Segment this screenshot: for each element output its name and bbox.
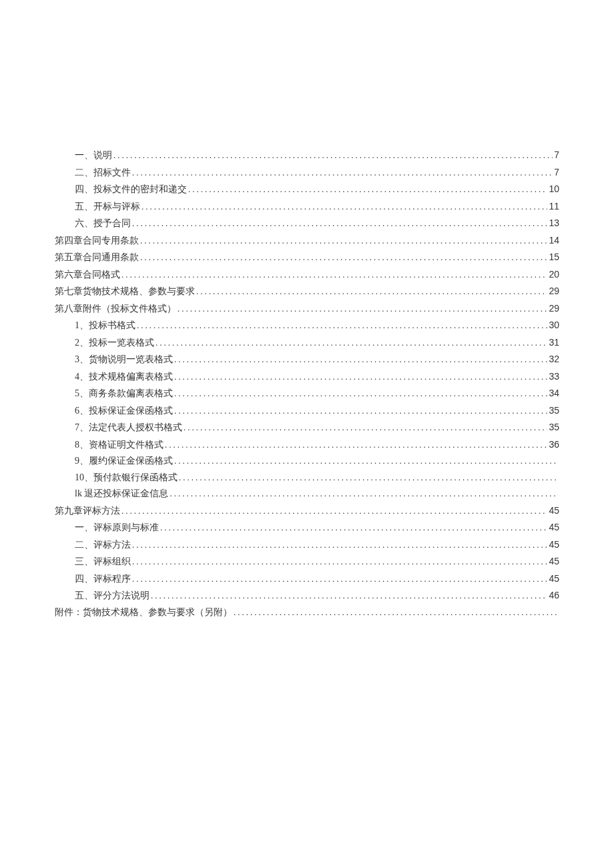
toc-entry-label: 四、投标文件的密封和递交 [75, 181, 187, 198]
toc-entry: 一、评标原则与标准45 [55, 519, 559, 536]
toc-entry-label: 3、货物说明一览表格式 [75, 352, 173, 368]
toc-entry-page: 45 [549, 502, 559, 519]
toc-dots [141, 199, 547, 215]
toc-entry: 7、法定代表人授权书格式35 [55, 419, 559, 436]
toc-dots [132, 165, 553, 181]
toc-entry-page: 30 [549, 317, 559, 334]
toc-entry-page: 35 [549, 419, 559, 436]
toc-dots [140, 233, 547, 250]
toc-entry: 4、技术规格偏离表格式33 [55, 368, 559, 386]
toc-entry-page: 14 [549, 232, 559, 249]
toc-dots [132, 215, 547, 232]
toc-entry-page: 7 [554, 147, 559, 163]
toc-entry-label: 三、评标组织 [75, 554, 131, 570]
toc-entry-label: 五、评分方法说明 [75, 588, 149, 604]
toc-entry-label: 第六章合同格式 [55, 267, 120, 284]
toc-entry-label: 五、开标与评标 [75, 199, 140, 215]
toc-entry: 四、投标文件的密封和递交10 [55, 181, 559, 198]
toc-entry: 第六章合同格式20 [55, 266, 559, 284]
toc-entry-label: 一、说明 [75, 147, 112, 164]
toc-dots [165, 437, 547, 454]
toc-dots [132, 554, 547, 570]
toc-entry-label: 10、预付款银行保函格式 [75, 470, 178, 486]
toc-dots [140, 250, 547, 266]
toc-entry-page: 29 [549, 300, 559, 317]
toc-dots [174, 386, 547, 402]
toc-entry: 五、开标与评标11 [55, 198, 559, 215]
toc-entry: 第八章附件（投标文件格式）29 [55, 300, 559, 318]
toc-entry: 6、投标保证金保函格式35 [55, 402, 559, 420]
toc-entry-label: 第八章附件（投标文件格式） [55, 301, 176, 318]
toc-entry: 第五章合同通用条款15 [55, 249, 559, 266]
toc-entry: 附件：货物技术规格、参数与要求（另附） [55, 604, 559, 621]
toc-dots [170, 486, 558, 502]
toc-entry-label: 1、投标书格式 [75, 318, 135, 334]
toc-entry-label: 二、评标方法 [75, 537, 131, 554]
toc-entry: 10、预付款银行保函格式 [55, 470, 559, 486]
toc-entry-page: 15 [549, 249, 559, 266]
toc-dots [156, 335, 547, 352]
toc-entry-page: 13 [549, 215, 559, 232]
toc-entry-label: 二、招标文件 [75, 165, 131, 181]
toc-dots [174, 453, 558, 470]
toc-dots [234, 604, 558, 621]
toc-entry-label: 6、投标保证金保函格式 [75, 403, 173, 420]
toc-entry-page: 45 [549, 519, 559, 536]
toc-entry-label: 8、资格证明文件格式 [75, 437, 164, 454]
toc-entry: 六、授予合同13 [55, 215, 559, 232]
toc-entry: 3、货物说明一览表格式32 [55, 351, 559, 368]
toc-dots [132, 537, 547, 554]
toc-entry-page: 11 [549, 198, 559, 215]
toc-dots [151, 588, 547, 604]
toc-entry-label: lk 退还投标保证金信息 [75, 486, 168, 502]
toc-dots [174, 403, 547, 420]
toc-entry-page: 45 [549, 553, 559, 570]
toc-entry-label: 4、技术规格偏离表格式 [75, 369, 173, 386]
toc-entry-page: 33 [549, 368, 559, 385]
toc-entry-page: 46 [549, 587, 559, 604]
toc-entry-page: 10 [549, 181, 559, 197]
toc-entry-page: 34 [549, 385, 559, 402]
toc-dots [132, 571, 547, 588]
toc-entry-label: 9、履约保证金保函格式 [75, 453, 173, 470]
toc-entry-page: 29 [549, 283, 559, 300]
toc-entry-label: 第七章货物技术规格、参数与要求 [55, 284, 195, 300]
toc-entry: 5、商务条款偏离表格式34 [55, 385, 559, 402]
toc-entry: 五、评分方法说明46 [55, 587, 559, 604]
toc-entry-label: 2、投标一览表格式 [75, 335, 154, 352]
toc-dots [160, 520, 547, 536]
toc-entry-label: 附件：货物技术规格、参数与要求（另附） [55, 604, 232, 621]
toc-dots [178, 301, 547, 318]
toc-entry-label: 第五章合同通用条款 [55, 250, 139, 266]
toc-dots [179, 470, 558, 486]
toc-entry: 8、资格证明文件格式36 [55, 436, 559, 454]
toc-entry-page: 45 [549, 570, 559, 587]
toc-dots [121, 267, 547, 284]
toc-entry-page: 36 [549, 436, 559, 453]
toc-dots [184, 420, 547, 436]
toc-entry-page: 31 [549, 334, 559, 351]
toc-entry-page: 32 [549, 351, 559, 368]
toc-dots [121, 503, 547, 520]
toc-entry: 二、评标方法45 [55, 536, 559, 554]
toc-dots [137, 318, 547, 334]
toc-entry-label: 7、法定代表人授权书格式 [75, 420, 182, 436]
toc-entry: 三、评标组织45 [55, 553, 559, 570]
toc-entry-label: 第九章评标方法 [55, 503, 120, 520]
toc-entry: 第四章合同专用条款14 [55, 232, 559, 250]
toc-dots [113, 147, 553, 164]
toc-dots [188, 181, 547, 198]
toc-entry: 第九章评标方法45 [55, 502, 559, 520]
toc-entry-label: 六、授予合同 [75, 215, 131, 232]
toc-dots [196, 284, 547, 300]
toc-entry-page: 35 [549, 402, 559, 419]
toc-entry: 1、投标书格式30 [55, 317, 559, 334]
toc-entry: 四、评标程序45 [55, 570, 559, 588]
toc-entry-label: 第四章合同专用条款 [55, 233, 139, 250]
toc-dots [174, 352, 547, 368]
toc-entry: lk 退还投标保证金信息 [55, 486, 559, 502]
toc-entry: 第七章货物技术规格、参数与要求29 [55, 283, 559, 300]
toc-entry: 二、招标文件7 [55, 164, 559, 181]
toc-entry-page: 20 [549, 266, 559, 283]
toc-entry-label: 一、评标原则与标准 [75, 520, 159, 536]
